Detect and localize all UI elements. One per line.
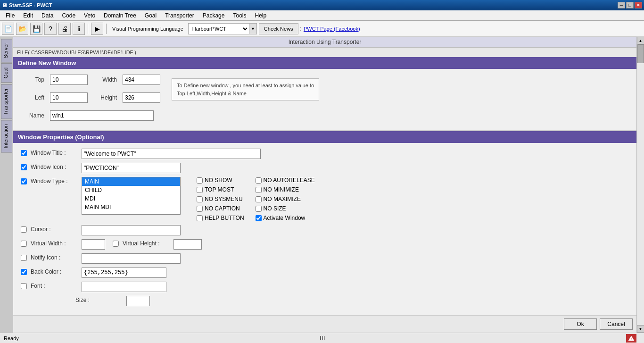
print-button[interactable]: 🖨 — [58, 23, 71, 35]
sidebar-tab-interaction[interactable]: Interaction — [1, 120, 12, 152]
font-input[interactable] — [82, 282, 166, 292]
right-scrollbar: ▲ ▼ — [636, 37, 644, 333]
cb-no-show: NO SHOW — [197, 177, 244, 184]
checkbox-col1: NO SHOW TOP MOST NO SYSMENU NO CAPT — [197, 177, 244, 221]
sidebar-tab-goal[interactable]: Goal — [1, 63, 12, 83]
menu-code[interactable]: Code — [58, 11, 79, 20]
window-type-listbox[interactable]: MAIN CHILD MDI MAIN MDI — [82, 177, 181, 215]
size-row: Size : — [21, 296, 629, 306]
cb-activate-window-input[interactable] — [256, 215, 262, 221]
svg-text:!: ! — [631, 337, 632, 341]
name-input[interactable] — [50, 110, 154, 121]
maximize-button[interactable]: □ — [626, 2, 634, 8]
cb-no-autorelease: NO AUTORELEASE — [256, 177, 315, 184]
sidebar-tab-server[interactable]: Server — [1, 39, 12, 62]
left-row: Left Height — [21, 92, 160, 103]
width-label: Width — [93, 76, 117, 83]
cb-no-sysmenu-input[interactable] — [197, 196, 203, 202]
window-title-input[interactable] — [82, 149, 261, 159]
new-button[interactable]: 📄 — [2, 23, 14, 35]
sidebar: Server Goal Transporter Interaction — [0, 37, 13, 333]
back-color-checkbox[interactable] — [21, 269, 27, 275]
back-color-label: Back Color : — [31, 268, 78, 275]
cb-top-most-input[interactable] — [197, 187, 203, 193]
menu-edit[interactable]: Edit — [19, 11, 37, 20]
virtual-height-input[interactable] — [173, 239, 202, 250]
cb-no-maximize-label: NO MAXIMIZE — [264, 196, 301, 202]
menu-help[interactable]: Help — [251, 11, 270, 20]
sidebar-tab-transporter[interactable]: Transporter — [1, 84, 12, 119]
window-type-checkbox[interactable] — [21, 178, 27, 184]
cb-no-size: NO SIZE — [256, 205, 315, 212]
cursor-checkbox[interactable] — [21, 226, 27, 233]
cb-no-show-input[interactable] — [197, 177, 203, 184]
width-input[interactable] — [123, 75, 160, 85]
open-button[interactable]: 📂 — [16, 23, 28, 35]
menu-data[interactable]: Data — [38, 11, 57, 20]
menu-veto[interactable]: Veto — [80, 11, 99, 20]
menu-file[interactable]: File — [2, 11, 18, 20]
scroll-down-arrow[interactable]: ▼ — [637, 325, 644, 333]
status-center: ⁞⁞⁞ — [23, 335, 622, 341]
scroll-thumb[interactable] — [637, 44, 644, 63]
check-news-button[interactable]: Check News — [259, 23, 298, 34]
listbox-item-main[interactable]: MAIN — [82, 177, 180, 186]
menu-package[interactable]: Package — [199, 11, 229, 20]
titlebar-controls: ─ □ ✕ — [618, 2, 642, 8]
virtual-width-input[interactable] — [82, 239, 105, 250]
cb-no-maximize-input[interactable] — [256, 196, 262, 202]
window-title-label: Window Title : — [31, 150, 78, 156]
cancel-button[interactable]: Cancel — [600, 318, 633, 330]
menu-domain-tree[interactable]: Domain Tree — [100, 11, 140, 20]
cursor-input[interactable] — [82, 225, 181, 235]
listbox-item-mdi[interactable]: MDI — [82, 194, 180, 203]
statusbar: Ready ⁞⁞⁞ ! — [0, 333, 644, 343]
cursor-row: Cursor : — [21, 225, 629, 235]
menu-tools[interactable]: Tools — [229, 11, 250, 20]
run-button[interactable]: ▶ — [91, 23, 103, 35]
scroll-up-arrow[interactable]: ▲ — [637, 37, 644, 44]
close-button[interactable]: ✕ — [635, 2, 642, 8]
top-input[interactable] — [50, 75, 88, 85]
titlebar-left: 🖥 Start.SSF - PWCT — [2, 2, 52, 8]
listbox-item-child[interactable]: CHILD — [82, 186, 180, 194]
info-button[interactable]: ℹ — [73, 23, 85, 35]
harbour-select[interactable]: HarbourPWCT — [188, 23, 249, 34]
listbox-item-mainmdi[interactable]: MAIN MDI — [82, 203, 180, 211]
cb-no-minimize-label: NO MINIMIZE — [264, 186, 299, 193]
menu-goal[interactable]: Goal — [141, 11, 160, 20]
left-input[interactable] — [50, 92, 88, 103]
window-title-checkbox[interactable] — [21, 150, 27, 156]
minimize-button[interactable]: ─ — [618, 2, 625, 8]
size-input[interactable] — [126, 296, 150, 306]
cb-no-caption-input[interactable] — [197, 206, 203, 212]
window-icon-label: Window Icon : — [31, 164, 78, 170]
window-icon-input[interactable] — [82, 163, 181, 173]
cb-no-autorelease-input[interactable] — [256, 177, 262, 184]
window-icon-checkbox[interactable] — [21, 164, 27, 170]
back-color-input[interactable] — [82, 268, 166, 278]
cb-activate-window: Activate Window — [256, 215, 315, 221]
notify-icon-input[interactable] — [82, 253, 181, 264]
virtual-width-checkbox[interactable] — [21, 241, 27, 247]
top-row: Top Width — [21, 75, 160, 85]
harbour-dropdown-arrow[interactable]: ▼ — [249, 23, 257, 34]
help-button[interactable]: ? — [44, 23, 57, 35]
interaction-banner: Interaction Using Transporter — [13, 37, 636, 48]
cb-activate-window-label: Activate Window — [264, 215, 305, 221]
virtual-height-checkbox[interactable] — [113, 241, 119, 247]
font-checkbox[interactable] — [21, 283, 27, 289]
scroll-track — [637, 44, 644, 325]
save-button[interactable]: 💾 — [30, 23, 42, 35]
notify-icon-row: Notify Icon : — [21, 253, 629, 264]
cb-help-button-input[interactable] — [197, 215, 203, 221]
notify-icon-checkbox[interactable] — [21, 255, 27, 261]
status-red-icon: ! — [626, 334, 636, 343]
menu-transporter[interactable]: Transporter — [161, 11, 198, 20]
ok-button[interactable]: Ok — [564, 318, 597, 330]
cb-no-minimize-input[interactable] — [256, 187, 262, 193]
cb-no-show-label: NO SHOW — [205, 177, 232, 184]
cb-no-size-input[interactable] — [256, 206, 262, 212]
height-input[interactable] — [123, 92, 160, 103]
facebook-link[interactable]: PWCT Page (Facebook) — [304, 26, 360, 32]
